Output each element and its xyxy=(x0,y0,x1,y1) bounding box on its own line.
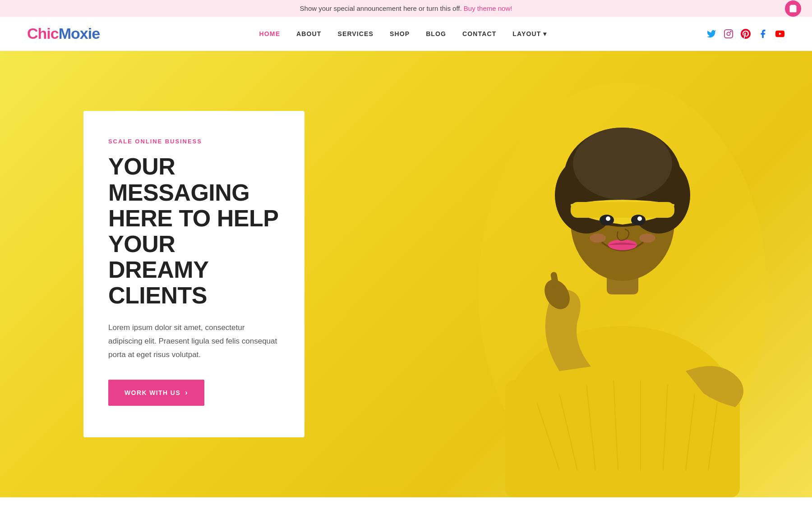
nav-home[interactable]: HOME xyxy=(259,30,280,37)
hero-section: SCALE ONLINE BUSINESS YOUR MESSAGING HER… xyxy=(0,51,812,497)
social-icons xyxy=(706,29,785,39)
svg-point-3 xyxy=(730,31,731,32)
svg-rect-16 xyxy=(571,202,674,218)
svg-point-19 xyxy=(606,216,610,221)
logo-moxie: Moxie xyxy=(59,25,100,42)
pinterest-icon[interactable] xyxy=(741,29,751,39)
twitter-icon[interactable] xyxy=(706,29,716,39)
announcement-link[interactable]: Buy theme now! xyxy=(464,5,512,12)
youtube-icon[interactable] xyxy=(775,29,785,39)
svg-point-23 xyxy=(639,234,655,243)
nav-shop[interactable]: SHOP xyxy=(390,30,410,37)
nav-about[interactable]: ABOUT xyxy=(296,30,321,37)
instagram-icon[interactable] xyxy=(724,29,734,39)
main-nav: HOME ABOUT SERVICES SHOP BLOG CONTACT LA… xyxy=(259,30,547,37)
announcement-bar: Show your special announcement here or t… xyxy=(0,0,812,17)
hero-body-text: Lorem ipsum dolor sit amet, consectetur … xyxy=(108,321,280,361)
nav-blog[interactable]: BLOG xyxy=(426,30,446,37)
scale-label: SCALE ONLINE BUSINESS xyxy=(108,138,280,145)
cta-arrow: › xyxy=(185,389,188,397)
svg-rect-7 xyxy=(505,380,740,497)
hero-person-figure xyxy=(469,64,776,497)
hero-headline: YOUR MESSAGING HERE TO HELP YOUR DREAMY … xyxy=(108,154,280,308)
logo-chic: Chic xyxy=(27,25,59,42)
svg-rect-1 xyxy=(724,29,733,37)
nav-layout[interactable]: LAYOUT ▾ xyxy=(512,30,547,37)
svg-point-15 xyxy=(573,128,672,200)
hero-image-area xyxy=(406,51,812,497)
cart-icon xyxy=(789,4,798,13)
svg-point-22 xyxy=(590,234,606,243)
svg-point-20 xyxy=(637,216,642,221)
cart-button[interactable] xyxy=(785,0,801,17)
announcement-text: Show your special announcement here or t… xyxy=(300,5,464,12)
hero-card: SCALE ONLINE BUSINESS YOUR MESSAGING HER… xyxy=(83,111,304,437)
cta-label: WORK WITH US xyxy=(125,389,180,396)
logo[interactable]: ChicMoxie xyxy=(27,25,100,42)
header: ChicMoxie HOME ABOUT SERVICES SHOP BLOG … xyxy=(0,17,812,51)
facebook-icon[interactable] xyxy=(758,29,768,39)
cta-button[interactable]: WORK WITH US › xyxy=(108,380,204,406)
svg-point-2 xyxy=(727,32,730,35)
nav-contact[interactable]: CONTACT xyxy=(462,30,496,37)
nav-services[interactable]: SERVICES xyxy=(337,30,374,37)
